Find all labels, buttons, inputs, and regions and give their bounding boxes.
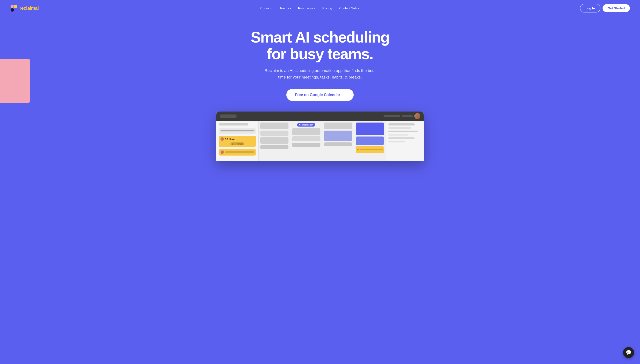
hero-cta: Free on Google Calendar → [286, 89, 354, 101]
center-calendar: No meeting day [258, 121, 386, 161]
cal-event-dot [357, 149, 359, 150]
svg-marker-3 [14, 8, 16, 11]
left-panel: 1:1 Stevie Decompress [216, 121, 258, 161]
login-button[interactable]: Log In [580, 4, 600, 12]
event-line [225, 151, 254, 153]
calendar-event-card-1 [219, 128, 256, 134]
cal-block-c3-3 [324, 142, 352, 146]
calendar-col-1 [258, 121, 290, 161]
chevron-down-icon: ▾ [290, 7, 291, 9]
cal-block-nm-1 [292, 128, 320, 135]
app-window: 1:1 Stevie Decompress [216, 112, 424, 161]
decorative-pink-block [0, 58, 30, 103]
titlebar-line-long [384, 115, 400, 117]
cal-block-blue-light-1 [324, 130, 352, 141]
cal-event-line [360, 149, 383, 150]
nav-links: Product ▾ Teams ▾ Resources ▾ Pricing Co… [257, 5, 362, 12]
calendar-event-card-2: 1:1 Stevie Decompress [219, 136, 256, 147]
nav-item-teams[interactable]: Teams ▾ [276, 5, 294, 12]
nav-label-resources: Resources [298, 6, 314, 10]
cal-block-mid-1 [356, 136, 384, 145]
calendar-event-card-3 [219, 149, 256, 156]
hero-subtitle: Reclaim is an AI scheduling automation a… [261, 68, 379, 80]
titlebar-right [384, 113, 420, 119]
left-panel-header-line [219, 124, 248, 126]
chevron-down-icon: ▾ [271, 7, 272, 9]
svg-rect-1 [14, 5, 17, 8]
nav-actions: Log In Get Started [580, 4, 630, 12]
avatar-image [414, 113, 420, 119]
card-line [220, 130, 254, 132]
cta-button[interactable]: Free on Google Calendar → [286, 89, 354, 101]
right-line-2 [388, 127, 412, 129]
app-preview: 1:1 Stevie Decompress [216, 112, 424, 161]
app-content: 1:1 Stevie Decompress [216, 121, 424, 161]
chat-icon: 💬 [626, 350, 632, 355]
hero-section: Smart AI scheduling for busy teams. Recl… [0, 16, 640, 161]
user-avatar [414, 113, 420, 119]
cal-block-yellow-1 [356, 146, 384, 153]
get-started-button[interactable]: Get Started [602, 4, 630, 12]
logo-link[interactable]: reclaimai [10, 4, 39, 12]
cal-block-c3-1 [324, 122, 352, 129]
titlebar-line-short [402, 115, 413, 117]
right-line-3 [388, 130, 418, 132]
no-meeting-badge: No meeting day [297, 123, 315, 126]
cal-block-nm-2 [292, 136, 320, 141]
logo-icon [10, 4, 18, 12]
nav-label-teams: Teams [280, 6, 289, 10]
nav-item-resources[interactable]: Resources ▾ [295, 5, 318, 12]
cal-block-dark-1 [356, 122, 384, 135]
logo-text: reclaimai [20, 6, 39, 11]
nav-item-contact[interactable]: Contact Sales [336, 5, 362, 12]
cal-block-gray-3 [260, 137, 288, 144]
cal-block-gray-4 [260, 145, 288, 149]
event-avatar [220, 137, 224, 141]
right-line-6 [388, 141, 405, 142]
nav-label-contact: Contact Sales [339, 6, 359, 10]
cal-block-gray-1 [260, 122, 288, 129]
nav-label-pricing: Pricing [322, 6, 332, 10]
right-panel [386, 121, 424, 161]
event-title: 1:1 Stevie [225, 138, 235, 140]
nav-item-product[interactable]: Product ▾ [257, 5, 276, 12]
hero-title: Smart AI scheduling for busy teams. [250, 29, 389, 62]
titlebar-pill [220, 114, 236, 118]
calendar-col-2: No meeting day [290, 121, 322, 161]
nav-label-product: Product [260, 6, 271, 10]
right-line-5 [388, 137, 414, 139]
right-line-1 [388, 124, 414, 126]
cal-block-gray-2 [260, 130, 288, 136]
svg-rect-0 [10, 5, 14, 8]
right-line-4 [388, 134, 408, 136]
card-row: 1:1 Stevie [220, 137, 254, 141]
navbar: reclaimai Product ▾ Teams ▾ Resources ▾ … [0, 0, 640, 16]
chevron-down-icon: ▾ [314, 7, 315, 9]
svg-point-2 [10, 8, 14, 12]
calendar-col-3 [322, 121, 354, 161]
calendar-col-4 [354, 121, 386, 161]
event-badge: Decompress [230, 142, 244, 146]
chat-widget[interactable]: 💬 [623, 347, 634, 358]
event-avatar-2 [220, 150, 224, 154]
cal-block-nm-3 [292, 143, 320, 147]
nav-item-pricing[interactable]: Pricing [319, 5, 335, 12]
app-titlebar [216, 112, 424, 121]
card-row [220, 130, 254, 132]
